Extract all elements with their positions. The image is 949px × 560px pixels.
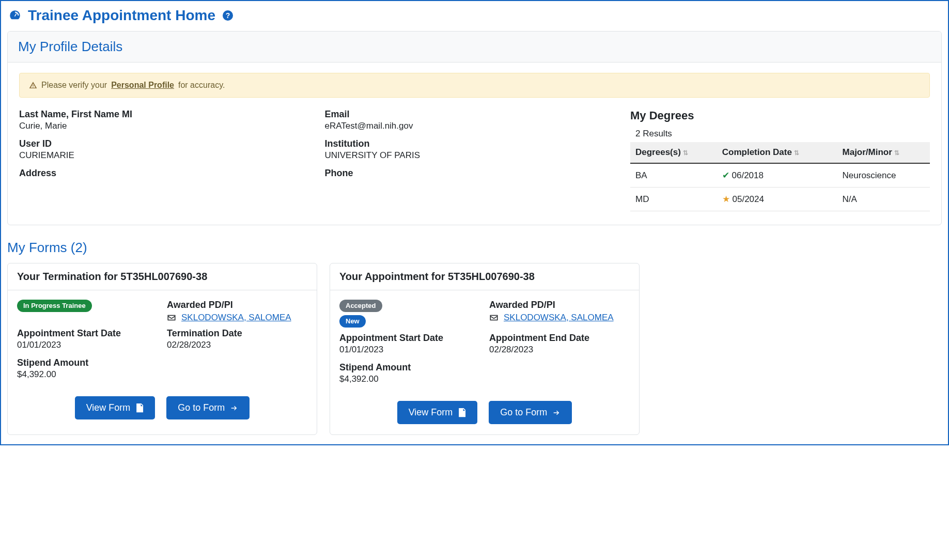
col-major[interactable]: Major/Minor⇅ [837, 142, 930, 163]
svg-text:?: ? [226, 11, 230, 20]
form-card: Your Appointment for 5T35HL007690-38Acce… [330, 263, 640, 435]
envelope-icon [167, 314, 176, 321]
alert-prefix: Please verify your [41, 81, 107, 90]
go-to-form-button[interactable]: Go to Form [166, 396, 250, 419]
view-form-button[interactable]: View Form [75, 396, 155, 419]
form-card-title: Your Appointment for 5T35HL007690-38 [330, 263, 639, 290]
pdpi-label: Awarded PD/PI [167, 300, 307, 310]
form-card-title: Your Termination for 5T35HL007690-38 [8, 263, 317, 290]
userid-label: User ID [19, 138, 304, 149]
col-completion-label: Completion Date [722, 147, 792, 157]
page-title-text: Trainee Appointment Home [28, 7, 215, 24]
field-label: Stipend Amount [339, 362, 480, 373]
field-value: 01/01/2023 [339, 345, 480, 355]
name-value: Curie, Marie [19, 121, 304, 131]
check-icon: ✔ [722, 170, 729, 180]
sort-icon: ⇅ [683, 149, 688, 157]
table-row: MD★ 05/2024N/A [630, 188, 930, 211]
page-title: Trainee Appointment Home ? [7, 7, 942, 24]
view-form-button[interactable]: View Form [397, 401, 478, 424]
field-value: 01/01/2023 [17, 340, 158, 350]
field-label: Appointment End Date [489, 333, 630, 344]
dashboard-icon [8, 9, 22, 22]
field-label: Appointment Start Date [17, 328, 158, 339]
userid-value: CURIEMARIE [19, 150, 304, 161]
table-row: BA✔ 06/2018Neuroscience [630, 163, 930, 188]
email-value: eRATest@mail.nih.gov [325, 121, 610, 131]
verify-profile-alert: Please verify your Personal Profile for … [19, 73, 930, 98]
degrees-table: Degrees(s)⇅ Completion Date⇅ Major/Minor… [630, 142, 930, 211]
institution-value: UNIVERSITY OF PARIS [325, 150, 610, 161]
col-major-label: Major/Minor [843, 147, 892, 157]
warning-icon [29, 81, 37, 89]
profile-card-title: My Profile Details [8, 32, 941, 63]
major-cell: Neuroscience [837, 163, 930, 188]
degrees-results-count: 2 Results [630, 126, 930, 142]
major-cell: N/A [837, 188, 930, 211]
help-icon[interactable]: ? [222, 9, 234, 22]
pdpi-link[interactable]: SKLODOWSKA, SALOMEA [504, 313, 614, 323]
phone-label: Phone [325, 168, 610, 179]
star-icon: ★ [722, 194, 730, 204]
profile-card: My Profile Details Please verify your Pe… [7, 31, 942, 225]
field-value: $4,392.00 [17, 369, 158, 380]
alert-suffix: for accuracy. [178, 81, 225, 90]
name-label: Last Name, First Name MI [19, 109, 304, 120]
field-value: 02/28/2023 [489, 345, 630, 355]
field-label: Stipend Amount [17, 357, 158, 368]
status-badge: New [339, 315, 366, 328]
pdpi-link[interactable]: SKLODOWSKA, SALOMEA [181, 313, 291, 323]
institution-label: Institution [325, 138, 610, 149]
col-completion[interactable]: Completion Date⇅ [717, 142, 837, 163]
col-degree-label: Degrees(s) [635, 147, 681, 157]
field-value: $4,392.00 [339, 374, 480, 384]
sort-icon: ⇅ [794, 149, 799, 157]
degree-cell: MD [630, 188, 717, 211]
status-badge: In Progress Trainee [17, 300, 92, 312]
col-degree[interactable]: Degrees(s)⇅ [630, 142, 717, 163]
email-label: Email [325, 109, 610, 120]
status-badge: Accepted [339, 300, 382, 312]
field-label: Appointment Start Date [339, 333, 480, 344]
envelope-icon [489, 314, 499, 321]
degree-cell: BA [630, 163, 717, 188]
form-card: Your Termination for 5T35HL007690-38In P… [7, 263, 317, 435]
completion-cell: ✔ 06/2018 [717, 163, 837, 188]
go-to-form-button[interactable]: Go to Form [489, 401, 572, 424]
field-value: 02/28/2023 [167, 340, 307, 350]
field-label: Termination Date [167, 328, 307, 339]
sort-icon: ⇅ [894, 149, 899, 157]
pdpi-label: Awarded PD/PI [489, 300, 630, 310]
address-label: Address [19, 168, 304, 179]
personal-profile-link[interactable]: Personal Profile [111, 81, 174, 90]
completion-cell: ★ 05/2024 [717, 188, 837, 211]
degrees-title: My Degrees [630, 109, 930, 122]
forms-section-title: My Forms (2) [7, 240, 942, 256]
